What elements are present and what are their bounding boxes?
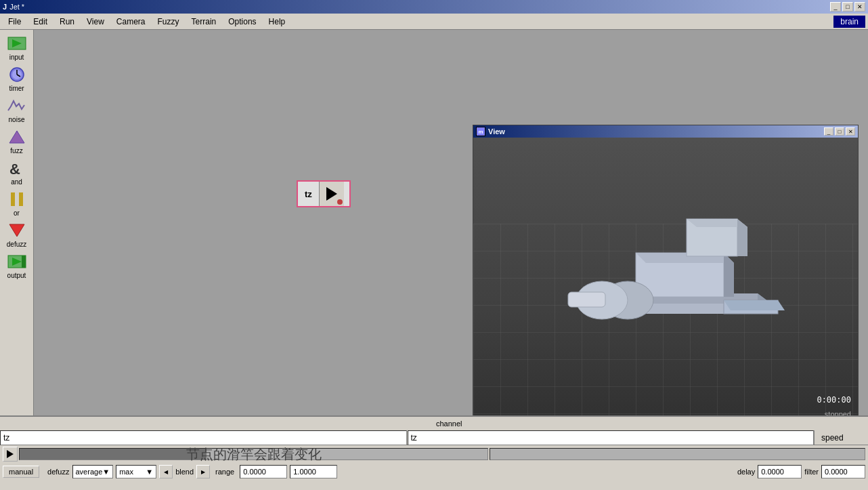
delay-input[interactable] xyxy=(758,465,802,478)
name-input[interactable] xyxy=(0,430,407,445)
menu-view[interactable]: View xyxy=(81,16,110,28)
blend-label: blend xyxy=(175,468,194,476)
node-tz[interactable]: tz xyxy=(297,180,351,207)
range-min-input[interactable] xyxy=(240,465,287,478)
view-content: 0:00:00 stopped xyxy=(473,138,858,415)
blend-right-button[interactable]: ▶ xyxy=(196,465,210,478)
play-button[interactable] xyxy=(3,447,18,462)
name-channel-row: speed xyxy=(0,430,868,445)
titlebar: J Jet * _ □ ✕ xyxy=(0,0,868,14)
canvas-area[interactable]: tz m View _ □ ✕ xyxy=(34,30,868,415)
or-label: or xyxy=(14,209,20,217)
bottom-panel: channel speed 节点的滑竿会跟着变化 manual defuzz a… xyxy=(0,415,868,490)
channel-row: channel xyxy=(0,417,868,430)
and-icon: & xyxy=(7,159,27,178)
view-titlebar-controls[interactable]: _ □ ✕ xyxy=(824,127,855,136)
view-window-title: View xyxy=(488,127,505,136)
menu-help[interactable]: Help xyxy=(263,16,291,28)
menu-run[interactable]: Run xyxy=(54,16,80,28)
play-arrow-icon xyxy=(326,187,337,201)
fuzz-label: fuzz xyxy=(10,147,22,155)
sidebar-item-input[interactable]: input xyxy=(2,33,32,62)
node-play-button[interactable] xyxy=(320,182,344,206)
delay-label: delay xyxy=(737,468,755,476)
robot-svg xyxy=(555,178,785,354)
view-close-button[interactable]: ✕ xyxy=(846,127,855,136)
svg-marker-6 xyxy=(9,131,24,143)
view-titlebar-left: m View xyxy=(476,127,505,136)
playback-row: 节点的滑竿会跟着变化 xyxy=(0,445,868,463)
svg-marker-28 xyxy=(724,300,785,310)
timer-icon xyxy=(7,65,27,84)
sidebar-item-timer[interactable]: timer xyxy=(2,64,32,94)
timestamp: 0:00:00 xyxy=(817,395,851,405)
max-dropdown-arrow-icon: ▼ xyxy=(146,468,153,476)
filter-label: filter xyxy=(804,468,819,476)
menu-options[interactable]: Options xyxy=(223,16,261,28)
delay-section: delay filter xyxy=(737,465,865,478)
average-label: average xyxy=(76,468,103,476)
view-window: m View _ □ ✕ xyxy=(473,125,859,415)
close-button[interactable]: ✕ xyxy=(854,2,865,12)
filter-input[interactable] xyxy=(821,465,865,478)
output-label: output xyxy=(7,272,26,279)
and-label: and xyxy=(11,178,22,186)
main-layout: input timer noise xyxy=(0,30,868,415)
max-dropdown[interactable]: max ▼ xyxy=(116,465,156,478)
view-window-icon: m xyxy=(476,127,485,136)
menu-fuzzy[interactable]: Fuzzy xyxy=(152,16,185,28)
menu-file[interactable]: File xyxy=(3,16,26,28)
svg-rect-13 xyxy=(22,256,26,268)
dropdown-arrow-icon: ▼ xyxy=(102,468,110,476)
view-minimize-button[interactable]: _ xyxy=(824,127,833,136)
sidebar-item-and[interactable]: & and xyxy=(2,157,32,187)
titlebar-controls[interactable]: _ □ ✕ xyxy=(830,2,865,12)
range-max-input[interactable] xyxy=(290,465,337,478)
speed-slider[interactable] xyxy=(490,448,865,460)
fuzz-icon xyxy=(7,127,27,146)
stopped-status: stopped xyxy=(825,410,851,415)
sidebar-item-fuzz[interactable]: fuzz xyxy=(2,126,32,156)
defuzz-section-label: defuzz xyxy=(47,468,69,476)
blend-left-button[interactable]: ◀ xyxy=(159,465,173,478)
brain-button[interactable]: brain xyxy=(833,16,865,28)
svg-marker-23 xyxy=(737,219,747,256)
minimize-button[interactable]: _ xyxy=(830,2,841,12)
input-icon xyxy=(7,34,27,53)
view-titlebar: m View _ □ ✕ xyxy=(473,125,858,138)
menubar-left: File Edit Run View Camera Fuzzy Terrain … xyxy=(3,16,290,28)
blend-area: ◀ blend ▶ xyxy=(159,465,210,478)
sidebar-item-or[interactable]: or xyxy=(2,188,32,218)
sidebar-item-defuzz[interactable]: defuzz xyxy=(2,220,32,249)
titlebar-left: J Jet * xyxy=(3,3,24,11)
svg-text:&: & xyxy=(9,161,20,177)
svg-marker-20 xyxy=(724,253,734,297)
sidebar-item-noise[interactable]: noise xyxy=(2,95,32,125)
max-label: max xyxy=(119,468,133,476)
menu-edit[interactable]: Edit xyxy=(28,16,53,28)
timeline-progress xyxy=(20,449,207,460)
sidebar-item-output[interactable]: output xyxy=(2,251,32,281)
node-status-indicator xyxy=(337,199,343,205)
maximize-button[interactable]: □ xyxy=(842,2,853,12)
menu-camera[interactable]: Camera xyxy=(111,16,151,28)
defuzz-icon xyxy=(7,221,27,240)
menu-terrain[interactable]: Terrain xyxy=(186,16,222,28)
noise-icon xyxy=(7,96,27,115)
view-maximize-button[interactable]: □ xyxy=(835,127,844,136)
timer-label: timer xyxy=(9,85,24,92)
node-container[interactable]: tz xyxy=(297,180,351,207)
node-label: tz xyxy=(298,182,320,206)
defuzz-label: defuzz xyxy=(7,241,26,248)
svg-rect-26 xyxy=(568,292,605,307)
svg-rect-9 xyxy=(19,192,23,206)
manual-button[interactable]: manual xyxy=(3,466,39,478)
menubar: File Edit Run View Camera Fuzzy Terrain … xyxy=(0,14,868,30)
sidebar: input timer noise xyxy=(0,30,34,415)
input-label: input xyxy=(9,54,24,61)
svg-marker-10 xyxy=(9,224,24,237)
timeline-bar[interactable]: 节点的滑竿会跟着变化 xyxy=(19,448,488,460)
scene-3d: 0:00:00 stopped xyxy=(473,138,858,415)
channel-input[interactable] xyxy=(408,430,815,445)
average-dropdown[interactable]: average ▼ xyxy=(72,465,114,478)
